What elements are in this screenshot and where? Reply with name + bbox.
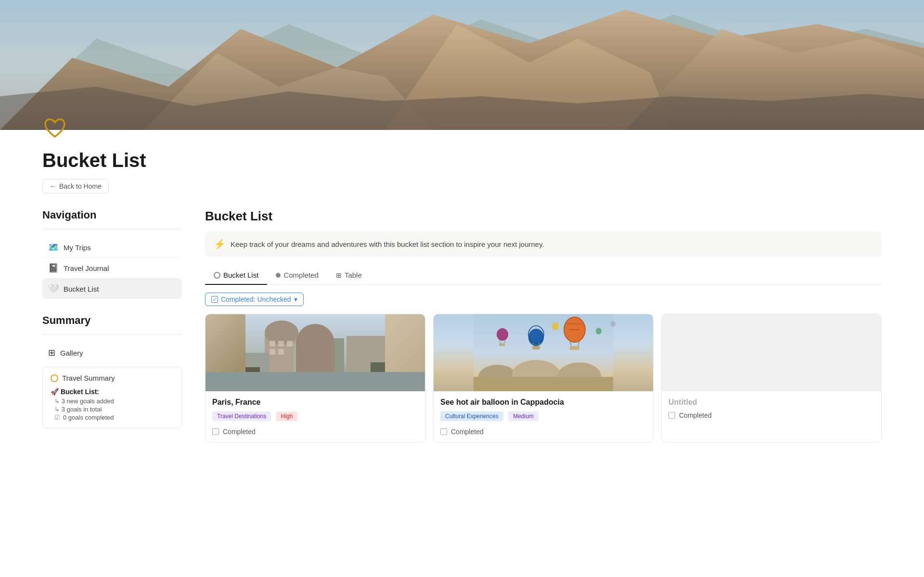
svg-rect-17 [287,341,293,346]
bucket-list-nav-label: Bucket List [64,285,99,293]
filter-checkbox-icon: ✓ [211,296,218,303]
svg-rect-31 [570,346,579,350]
tabs-bar: Bucket List Completed ⊞ Table [205,266,882,285]
card-paris-checkbox[interactable]: Completed [212,428,418,436]
svg-rect-42 [499,343,505,346]
tab-bucket-list-icon [214,272,220,279]
circle-icon [51,374,58,382]
stat-completed-goals: 0 goals completed [51,414,174,421]
summary-list: ⊞ Gallery [42,343,182,363]
journal-icon: 📓 [48,263,59,273]
card-cappadocia-tags: Cultural Experiences Medium [440,411,646,424]
card-paris[interactable]: Paris, France Travel Destinations High C… [205,314,425,443]
svg-rect-15 [270,341,275,346]
trips-icon: 🗺️ [48,242,59,253]
svg-point-39 [497,328,508,341]
travel-summary-title: Travel Summary [51,374,174,382]
hero-banner [0,0,924,130]
svg-rect-12 [294,343,313,377]
filter-label: Completed: Unchecked [221,295,291,303]
card-untitled-image [662,314,881,391]
tab-table-icon: ⊞ [336,271,342,279]
svg-rect-21 [371,362,385,391]
tab-table[interactable]: ⊞ Table [327,266,371,285]
nav-divider [42,229,182,230]
filter-completed-button[interactable]: ✓ Completed: Unchecked ▾ [205,293,304,306]
card-untitled[interactable]: Untitled Completed [661,314,882,443]
filter-chevron-icon: ▾ [294,295,297,303]
sidebar-item-bucket-list[interactable]: 🤍 Bucket List [42,279,182,299]
tag-travel-destinations: Travel Destinations [212,411,271,421]
info-text: Keep track of your dreams and adventures… [231,240,544,248]
svg-rect-16 [278,341,284,346]
card-paris-image [205,314,425,391]
sidebar-item-travel-journal[interactable]: 📓 Travel Journal [42,258,182,279]
untitled-checkbox-input[interactable] [668,412,675,419]
back-arrow-icon: ← [50,182,56,190]
svg-rect-38 [532,346,540,349]
bucket-list-nav-icon: 🤍 [48,283,59,294]
svg-point-45 [611,321,616,327]
journal-label: Travel Journal [64,264,109,272]
tab-bucket-list[interactable]: Bucket List [205,266,267,285]
content-area: Bucket List ⚡ Keep track of your dreams … [205,209,882,443]
nav-list: 🗺️ My Trips 📓 Travel Journal 🤍 Bucket Li… [42,237,182,299]
main-layout: Navigation 🗺️ My Trips 📓 Travel Journal … [0,209,924,443]
summary-title: Summary [42,314,182,327]
stat-total-goals: 3 goals in total [51,406,174,413]
card-cappadocia-title: See hot air balloon in Cappadocia [440,398,646,407]
svg-rect-13 [318,338,344,377]
card-cappadocia-body: See hot air balloon in Cappadocia Cultur… [434,391,653,442]
sidebar-item-my-trips[interactable]: 🗺️ My Trips [42,237,182,258]
travel-summary-box: Travel Summary 🚀 Bucket List: 3 new goal… [42,367,182,428]
tab-completed[interactable]: Completed [267,266,327,285]
bucket-list-summary-label: 🚀 Bucket List: [51,388,174,396]
info-banner: ⚡ Keep track of your dreams and adventur… [205,231,882,256]
content-title: Bucket List [205,209,882,224]
bucket-list-summary: 🚀 Bucket List: 3 new goals added 3 goals… [51,388,174,421]
gallery-icon: ⊞ [48,347,55,358]
svg-rect-18 [270,349,275,355]
svg-rect-26 [474,377,613,391]
page-icon [42,115,71,146]
page-title-area: Bucket List ← Back to Home [0,146,924,209]
sidebar-item-gallery[interactable]: ⊞ Gallery [42,343,182,363]
card-untitled-checkbox[interactable]: Completed [668,411,874,419]
card-paris-title: Paris, France [212,398,418,407]
cappadocia-checkbox-input[interactable] [440,428,447,435]
svg-point-44 [596,328,602,334]
paris-checkbox-input[interactable] [212,428,219,435]
stat-new-goals: 3 new goals added [51,397,174,405]
back-to-home-button[interactable]: ← Back to Home [42,179,109,193]
gallery-label: Gallery [60,349,83,357]
card-paris-tags: Travel Destinations High [212,411,418,424]
cards-grid: Paris, France Travel Destinations High C… [205,314,882,443]
card-cappadocia[interactable]: See hot air balloon in Cappadocia Cultur… [433,314,654,443]
filter-row: ✓ Completed: Unchecked ▾ [205,293,882,306]
sidebar: Navigation 🗺️ My Trips 📓 Travel Journal … [42,209,182,443]
card-cappadocia-checkbox[interactable]: Completed [440,428,646,436]
card-untitled-body: Untitled Completed [662,391,881,426]
tag-cultural-experiences: Cultural Experiences [440,411,503,421]
summary-divider [42,334,182,335]
card-untitled-title: Untitled [668,398,874,407]
tab-completed-icon [276,273,281,278]
trips-label: My Trips [64,244,91,252]
page-title: Bucket List [42,150,882,171]
card-paris-body: Paris, France Travel Destinations High C… [205,391,425,442]
card-cappadocia-image [434,314,653,391]
tag-medium: Medium [508,411,539,421]
tag-high: High [276,411,298,421]
svg-rect-11 [245,353,270,391]
svg-point-43 [552,322,559,330]
svg-rect-20 [245,367,260,391]
navigation-title: Navigation [42,209,182,221]
svg-rect-19 [278,349,284,355]
lightning-icon: ⚡ [214,238,226,250]
